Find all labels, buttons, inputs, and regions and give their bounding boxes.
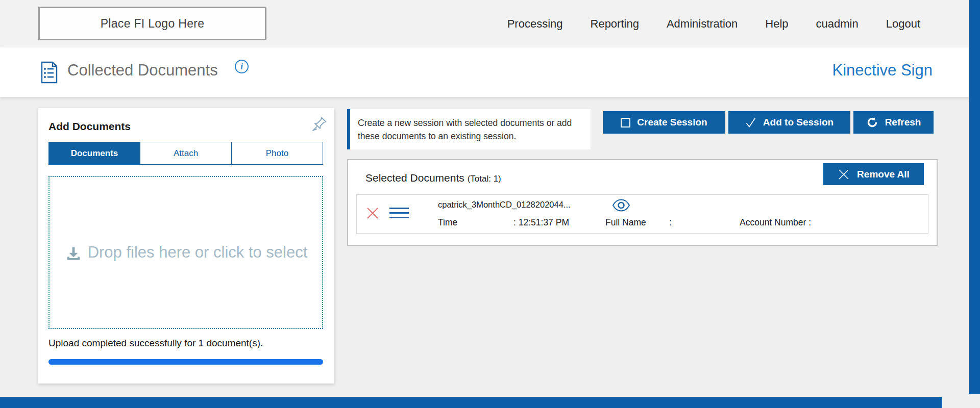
file-dropzone[interactable]: Drop files here or click to select (48, 176, 323, 329)
nav-item-administration[interactable]: Administration (667, 17, 738, 31)
tab-photo[interactable]: Photo (232, 142, 323, 165)
add-documents-tabs: Documents Attach Photo (48, 142, 323, 165)
nav-item-reporting[interactable]: Reporting (591, 17, 639, 31)
session-help-message: Create a new session with selected docum… (347, 109, 591, 149)
time-value: : 12:51:37 PM (513, 217, 569, 228)
nav-item-processing[interactable]: Processing (507, 17, 563, 31)
add-to-session-button[interactable]: Add to Session (728, 111, 850, 134)
create-session-label: Create Session (637, 117, 707, 128)
refresh-label: Refresh (885, 117, 921, 128)
add-to-session-label: Add to Session (763, 117, 834, 128)
app-root: Place FI Logo Here Processing Reporting … (0, 0, 980, 408)
selected-documents-title-text: Selected Documents (365, 172, 464, 184)
add-documents-panel: Add Documents Documents Attach Photo Dro… (38, 108, 334, 384)
session-actions: Create Session Add to Session Refresh (603, 111, 934, 134)
account-number-label: Account Number : (740, 217, 811, 228)
pin-icon[interactable] (311, 115, 328, 133)
tab-attach[interactable]: Attach (140, 142, 232, 165)
upload-status-text: Upload completed successfully for 1 docu… (48, 338, 263, 349)
nav-item-cuadmin[interactable]: cuadmin (816, 17, 859, 31)
remove-all-button[interactable]: Remove All (823, 163, 924, 185)
selected-documents-panel: Selected Documents (Total: 1) Remove All… (347, 159, 938, 246)
create-session-button[interactable]: Create Session (603, 111, 725, 134)
document-filename: cpatrick_3MonthCD_0128202044... (438, 200, 571, 210)
fi-logo-placeholder: Place FI Logo Here (38, 7, 266, 40)
main-nav: Processing Reporting Administration Help… (507, 0, 920, 47)
upload-progress-bar (48, 359, 323, 365)
refresh-icon (866, 116, 878, 129)
time-label: Time (438, 217, 457, 228)
full-name-label: Full Name (605, 217, 646, 228)
page-header: Collected Documents i Kinective Sign (0, 47, 980, 97)
info-icon-glyph: i (240, 62, 243, 72)
footer-bar (0, 397, 942, 408)
info-icon[interactable]: i (235, 60, 249, 73)
remove-document-icon[interactable] (365, 206, 380, 220)
dropzone-text: Drop files here or click to select (88, 243, 308, 262)
nav-item-logout[interactable]: Logout (886, 17, 920, 31)
selected-documents-title: Selected Documents (Total: 1) (365, 172, 501, 184)
remove-all-label: Remove All (857, 169, 910, 180)
add-documents-title: Add Documents (48, 120, 131, 133)
tab-documents[interactable]: Documents (48, 142, 140, 165)
right-edge-accent-bar (969, 0, 980, 394)
document-row: cpatrick_3MonthCD_0128202044... Time : 1… (356, 194, 928, 234)
refresh-button[interactable]: Refresh (853, 111, 934, 134)
check-icon (745, 117, 756, 128)
top-nav-bar: Place FI Logo Here Processing Reporting … (0, 0, 980, 47)
drag-handle-icon[interactable] (389, 208, 409, 219)
logo-text: Place FI Logo Here (101, 17, 205, 31)
download-icon (64, 245, 83, 263)
collected-documents-icon (38, 61, 60, 84)
preview-eye-icon[interactable] (612, 198, 630, 212)
full-name-value: : (669, 217, 672, 228)
brand-title: Kinective Sign (832, 61, 933, 80)
create-session-icon (621, 118, 630, 128)
session-help-text: Create a new session with selected docum… (358, 118, 572, 141)
close-icon (838, 168, 850, 181)
nav-item-help[interactable]: Help (765, 17, 788, 31)
selected-documents-total: (Total: 1) (468, 174, 501, 184)
page-title: Collected Documents (67, 61, 218, 80)
